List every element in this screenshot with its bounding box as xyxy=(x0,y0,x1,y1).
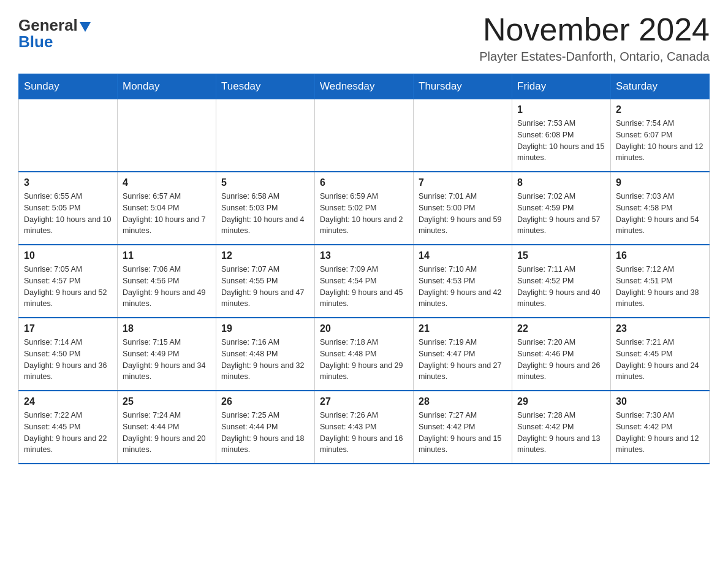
day-info: Sunrise: 7:27 AM Sunset: 4:42 PM Dayligh… xyxy=(419,410,507,456)
day-number: 16 xyxy=(616,250,704,261)
calendar-cell-w3-d1: 11Sunrise: 7:06 AM Sunset: 4:56 PM Dayli… xyxy=(118,245,216,318)
day-info: Sunrise: 7:53 AM Sunset: 6:08 PM Dayligh… xyxy=(517,118,605,164)
calendar-cell-w1-d1 xyxy=(118,99,216,172)
day-info: Sunrise: 7:54 AM Sunset: 6:07 PM Dayligh… xyxy=(616,118,704,164)
day-number: 23 xyxy=(616,323,704,334)
day-number: 20 xyxy=(320,323,408,334)
day-number: 15 xyxy=(517,250,605,261)
day-info: Sunrise: 7:20 AM Sunset: 4:46 PM Dayligh… xyxy=(517,337,605,383)
day-info: Sunrise: 7:14 AM Sunset: 4:50 PM Dayligh… xyxy=(24,337,112,383)
calendar-cell-w2-d0: 3Sunrise: 6:55 AM Sunset: 5:05 PM Daylig… xyxy=(19,172,118,245)
calendar-cell-w4-d3: 20Sunrise: 7:18 AM Sunset: 4:48 PM Dayli… xyxy=(315,318,414,391)
day-info: Sunrise: 7:19 AM Sunset: 4:47 PM Dayligh… xyxy=(419,337,507,383)
day-number: 7 xyxy=(419,177,507,188)
calendar-cell-w3-d6: 16Sunrise: 7:12 AM Sunset: 4:51 PM Dayli… xyxy=(611,245,710,318)
calendar-cell-w1-d2 xyxy=(216,99,315,172)
calendar-week-3: 10Sunrise: 7:05 AM Sunset: 4:57 PM Dayli… xyxy=(19,245,710,318)
day-info: Sunrise: 7:18 AM Sunset: 4:48 PM Dayligh… xyxy=(320,337,408,383)
day-info: Sunrise: 7:15 AM Sunset: 4:49 PM Dayligh… xyxy=(123,337,211,383)
location-subtitle: Playter Estates-Danforth, Ontario, Canad… xyxy=(479,50,710,64)
header-sunday: Sunday xyxy=(19,74,118,99)
calendar-cell-w5-d1: 25Sunrise: 7:24 AM Sunset: 4:44 PM Dayli… xyxy=(118,391,216,464)
day-info: Sunrise: 7:21 AM Sunset: 4:45 PM Dayligh… xyxy=(616,337,704,383)
day-number: 29 xyxy=(517,396,605,407)
day-number: 3 xyxy=(24,177,112,188)
calendar-cell-w2-d4: 7Sunrise: 7:01 AM Sunset: 5:00 PM Daylig… xyxy=(414,172,512,245)
calendar-cell-w2-d2: 5Sunrise: 6:58 AM Sunset: 5:03 PM Daylig… xyxy=(216,172,315,245)
calendar-cell-w5-d2: 26Sunrise: 7:25 AM Sunset: 4:44 PM Dayli… xyxy=(216,391,315,464)
calendar-header-row: Sunday Monday Tuesday Wednesday Thursday… xyxy=(19,74,710,99)
day-number: 27 xyxy=(320,396,408,407)
day-number: 26 xyxy=(221,396,309,407)
day-number: 25 xyxy=(123,396,211,407)
calendar-cell-w4-d0: 17Sunrise: 7:14 AM Sunset: 4:50 PM Dayli… xyxy=(19,318,118,391)
calendar-cell-w4-d5: 22Sunrise: 7:20 AM Sunset: 4:46 PM Dayli… xyxy=(512,318,611,391)
day-number: 22 xyxy=(517,323,605,334)
calendar-cell-w4-d6: 23Sunrise: 7:21 AM Sunset: 4:45 PM Dayli… xyxy=(611,318,710,391)
page-header: General Blue November 2024 Playter Estat… xyxy=(18,12,710,64)
day-number: 18 xyxy=(123,323,211,334)
day-info: Sunrise: 7:12 AM Sunset: 4:51 PM Dayligh… xyxy=(616,264,704,310)
day-number: 8 xyxy=(517,177,605,188)
calendar-cell-w3-d4: 14Sunrise: 7:10 AM Sunset: 4:53 PM Dayli… xyxy=(414,245,512,318)
calendar-cell-w2-d6: 9Sunrise: 7:03 AM Sunset: 4:58 PM Daylig… xyxy=(611,172,710,245)
day-info: Sunrise: 7:07 AM Sunset: 4:55 PM Dayligh… xyxy=(221,264,309,310)
day-info: Sunrise: 7:03 AM Sunset: 4:58 PM Dayligh… xyxy=(616,191,704,237)
day-number: 14 xyxy=(419,250,507,261)
calendar-week-1: 1Sunrise: 7:53 AM Sunset: 6:08 PM Daylig… xyxy=(19,99,710,172)
day-info: Sunrise: 7:26 AM Sunset: 4:43 PM Dayligh… xyxy=(320,410,408,456)
day-number: 1 xyxy=(517,104,605,115)
header-monday: Monday xyxy=(118,74,216,99)
calendar-cell-w3-d3: 13Sunrise: 7:09 AM Sunset: 4:54 PM Dayli… xyxy=(315,245,414,318)
calendar-week-4: 17Sunrise: 7:14 AM Sunset: 4:50 PM Dayli… xyxy=(19,318,710,391)
header-wednesday: Wednesday xyxy=(315,74,414,99)
day-info: Sunrise: 7:30 AM Sunset: 4:42 PM Dayligh… xyxy=(616,410,704,456)
logo: General Blue xyxy=(18,12,91,52)
day-number: 9 xyxy=(616,177,704,188)
calendar-cell-w2-d1: 4Sunrise: 6:57 AM Sunset: 5:04 PM Daylig… xyxy=(118,172,216,245)
day-number: 24 xyxy=(24,396,112,407)
day-info: Sunrise: 7:01 AM Sunset: 5:00 PM Dayligh… xyxy=(419,191,507,237)
day-info: Sunrise: 7:05 AM Sunset: 4:57 PM Dayligh… xyxy=(24,264,112,310)
day-info: Sunrise: 7:02 AM Sunset: 4:59 PM Dayligh… xyxy=(517,191,605,237)
month-year-title: November 2024 xyxy=(479,12,710,47)
day-info: Sunrise: 7:24 AM Sunset: 4:44 PM Dayligh… xyxy=(123,410,211,456)
day-info: Sunrise: 6:55 AM Sunset: 5:05 PM Dayligh… xyxy=(24,191,112,237)
calendar-cell-w3-d5: 15Sunrise: 7:11 AM Sunset: 4:52 PM Dayli… xyxy=(512,245,611,318)
day-number: 28 xyxy=(419,396,507,407)
calendar-cell-w5-d3: 27Sunrise: 7:26 AM Sunset: 4:43 PM Dayli… xyxy=(315,391,414,464)
calendar-cell-w1-d0 xyxy=(19,99,118,172)
day-info: Sunrise: 7:16 AM Sunset: 4:48 PM Dayligh… xyxy=(221,337,309,383)
calendar-cell-w1-d3 xyxy=(315,99,414,172)
day-number: 12 xyxy=(221,250,309,261)
day-number: 10 xyxy=(24,250,112,261)
day-info: Sunrise: 7:10 AM Sunset: 4:53 PM Dayligh… xyxy=(419,264,507,310)
calendar-week-2: 3Sunrise: 6:55 AM Sunset: 5:05 PM Daylig… xyxy=(19,172,710,245)
day-info: Sunrise: 7:11 AM Sunset: 4:52 PM Dayligh… xyxy=(517,264,605,310)
calendar-cell-w1-d6: 2Sunrise: 7:54 AM Sunset: 6:07 PM Daylig… xyxy=(611,99,710,172)
day-number: 5 xyxy=(221,177,309,188)
day-info: Sunrise: 7:28 AM Sunset: 4:42 PM Dayligh… xyxy=(517,410,605,456)
calendar-cell-w3-d2: 12Sunrise: 7:07 AM Sunset: 4:55 PM Dayli… xyxy=(216,245,315,318)
calendar-cell-w4-d4: 21Sunrise: 7:19 AM Sunset: 4:47 PM Dayli… xyxy=(414,318,512,391)
day-number: 2 xyxy=(616,104,704,115)
day-info: Sunrise: 6:59 AM Sunset: 5:02 PM Dayligh… xyxy=(320,191,408,237)
header-friday: Friday xyxy=(512,74,611,99)
day-info: Sunrise: 7:09 AM Sunset: 4:54 PM Dayligh… xyxy=(320,264,408,310)
day-number: 19 xyxy=(221,323,309,334)
calendar-table: Sunday Monday Tuesday Wednesday Thursday… xyxy=(18,74,710,464)
calendar-cell-w1-d5: 1Sunrise: 7:53 AM Sunset: 6:08 PM Daylig… xyxy=(512,99,611,172)
day-number: 21 xyxy=(419,323,507,334)
calendar-cell-w5-d5: 29Sunrise: 7:28 AM Sunset: 4:42 PM Dayli… xyxy=(512,391,611,464)
day-info: Sunrise: 7:25 AM Sunset: 4:44 PM Dayligh… xyxy=(221,410,309,456)
calendar-cell-w4-d2: 19Sunrise: 7:16 AM Sunset: 4:48 PM Dayli… xyxy=(216,318,315,391)
day-number: 13 xyxy=(320,250,408,261)
logo-triangle-icon xyxy=(80,22,91,32)
day-number: 6 xyxy=(320,177,408,188)
day-info: Sunrise: 6:57 AM Sunset: 5:04 PM Dayligh… xyxy=(123,191,211,237)
day-info: Sunrise: 7:22 AM Sunset: 4:45 PM Dayligh… xyxy=(24,410,112,456)
day-info: Sunrise: 7:06 AM Sunset: 4:56 PM Dayligh… xyxy=(123,264,211,310)
logo-blue: Blue xyxy=(18,33,53,52)
calendar-cell-w4-d1: 18Sunrise: 7:15 AM Sunset: 4:49 PM Dayli… xyxy=(118,318,216,391)
calendar-cell-w2-d5: 8Sunrise: 7:02 AM Sunset: 4:59 PM Daylig… xyxy=(512,172,611,245)
